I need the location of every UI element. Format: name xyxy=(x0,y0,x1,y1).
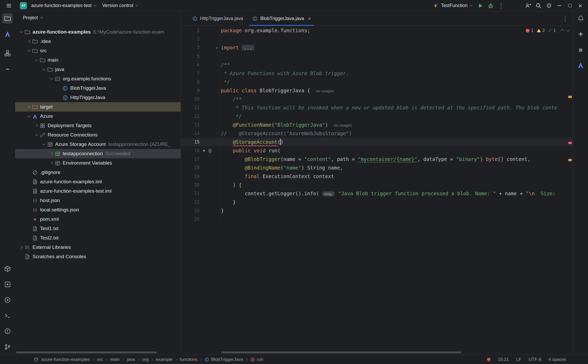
settings-button[interactable]: ⚙ xyxy=(544,1,554,11)
chevron-down-icon[interactable] xyxy=(41,141,47,147)
azure-explorer-button[interactable] xyxy=(576,60,586,70)
tree-item-local-settings-json[interactable]: {}local.settings.json xyxy=(15,205,181,214)
packages-tool-button[interactable] xyxy=(2,264,13,274)
project-panel-header[interactable]: Project xyxy=(15,12,181,24)
main-menu-button[interactable] xyxy=(4,1,14,11)
azure-tool-button[interactable] xyxy=(2,29,13,39)
tree-item-blobtriggerjava[interactable]: CBlobTriggerJava xyxy=(15,83,181,93)
breadcrumb-item-org[interactable]: org xyxy=(142,357,149,362)
chevron-down-icon[interactable] xyxy=(34,132,40,138)
code-line-3[interactable]: 3›import ... xyxy=(181,43,573,52)
passed-indicator[interactable]: ✓ 1 xyxy=(548,28,556,33)
chevron-right-icon[interactable] xyxy=(34,123,40,128)
errors-indicator[interactable]: 1 xyxy=(526,28,533,33)
breadcrumb-item-run[interactable]: mrun xyxy=(250,357,263,362)
debug-button[interactable] xyxy=(485,1,496,11)
folded-region[interactable]: ... xyxy=(242,45,254,50)
code-line-14[interactable]: 14// @StorageAccount("AzureWebJobsStorag… xyxy=(181,129,573,138)
problems-tool-button[interactable] xyxy=(2,326,13,336)
chevron-down-icon[interactable] xyxy=(19,29,24,35)
more-tool-windows-button[interactable]: ⋯ xyxy=(2,64,13,74)
red-dot-icon[interactable] xyxy=(487,358,490,361)
breadcrumb-item-functions[interactable]: functions xyxy=(180,357,197,362)
tree-item-test2-txt[interactable]: Test2.txt xyxy=(15,233,181,243)
close-tab-icon[interactable]: × xyxy=(308,16,311,21)
run-gutter-icon[interactable] xyxy=(202,149,206,153)
indent-widget[interactable]: 4 spaces xyxy=(548,357,566,362)
code-line-23[interactable]: 23} xyxy=(181,206,573,215)
code-line-1[interactable]: 1package org.example.functions; xyxy=(181,26,573,35)
annotation-gutter-icon[interactable]: @ xyxy=(209,146,211,155)
breadcrumb-item-example[interactable]: example xyxy=(156,357,172,362)
editor-horizontal-scrollbar[interactable] xyxy=(221,352,461,353)
chevron-right-icon[interactable] xyxy=(19,244,24,250)
vcs-widget[interactable]: Version control xyxy=(99,1,141,10)
warning-stripe-mark[interactable] xyxy=(568,159,572,161)
project-tool-button[interactable] xyxy=(2,13,13,24)
run-configuration-widget[interactable]: TestFunction xyxy=(430,1,475,10)
code-line-16[interactable]: 16@ public void run( xyxy=(181,146,573,155)
tree-item-host-json[interactable]: {}host.json xyxy=(15,196,181,205)
code-with-me-button[interactable] xyxy=(523,1,533,11)
tree-item-resource-connections[interactable]: Resource Connections xyxy=(15,130,181,140)
search-everywhere-button[interactable] xyxy=(533,1,544,11)
previous-problem-button[interactable] xyxy=(561,29,564,32)
next-problem-button[interactable] xyxy=(566,28,570,32)
breadcrumb-item-main[interactable]: main xyxy=(110,357,120,362)
tree-item-azure-storage-account[interactable]: Azure Storage Accounttestappconnection (… xyxy=(15,140,181,149)
maven-tool-button[interactable]: m xyxy=(576,44,586,55)
code-line-24[interactable]: 24 xyxy=(181,215,573,224)
tab-blobtriggerjava[interactable]: C BlobTriggerJava.java × xyxy=(248,12,316,25)
tree-item-test1-txt[interactable]: Test1.txt xyxy=(15,224,181,233)
tree-item-target[interactable]: target xyxy=(15,102,181,112)
chevron-right-icon[interactable] xyxy=(49,160,55,166)
tree-item--idea[interactable]: .idea xyxy=(15,37,181,46)
tree-item-pom-xml[interactable]: mpom.xml xyxy=(15,214,181,224)
code-line-19[interactable]: 19 final ExecutionContext context xyxy=(181,172,573,181)
chevron-down-icon[interactable] xyxy=(41,67,47,72)
tree-item-azure[interactable]: Azure xyxy=(15,112,181,121)
caret-position-widget[interactable]: 15:21 xyxy=(498,357,509,362)
tree-item-azure-function-examples-iml[interactable]: azure-function-examples.iml xyxy=(15,177,181,186)
structure-tool-button[interactable] xyxy=(2,48,13,58)
code-line-9[interactable]: 9public class BlobTriggerJava {no usages xyxy=(181,86,573,95)
project-switcher[interactable]: azure-function-examples-test xyxy=(28,1,99,10)
warning-stripe-mark[interactable] xyxy=(568,96,572,98)
tree-item-azure-function-examples[interactable]: azure-function-examplesE:\MyCode\azure-f… xyxy=(15,27,181,37)
tree-item-org-example-functions[interactable]: org.example.functions xyxy=(15,74,181,83)
code-line-11[interactable]: 11 * This function will be invoked when … xyxy=(181,103,573,112)
code-vision-hint[interactable]: no usages xyxy=(328,123,352,127)
tree-item-azure-function-examples-test-iml[interactable]: azure-function-examples-test.iml xyxy=(15,186,181,196)
code-line-20[interactable]: 20 ) { xyxy=(181,181,573,189)
breadcrumb-item-azure-function-examples[interactable]: azure-function-examples xyxy=(41,357,90,362)
notifications-button[interactable] xyxy=(576,13,586,24)
breadcrumb-item-blobtriggerjava[interactable]: CBlobTriggerJava xyxy=(204,357,243,362)
services-tool-button[interactable] xyxy=(2,279,13,290)
terminal-tool-button[interactable] xyxy=(2,310,13,321)
code-line-22[interactable]: 22 } xyxy=(181,198,573,206)
breadcrumb-item-src[interactable]: src xyxy=(97,357,103,362)
run-tool-button[interactable] xyxy=(2,295,13,305)
warnings-indicator[interactable]: 2 xyxy=(537,28,545,33)
breadcrumb-item-java[interactable]: java xyxy=(127,357,135,362)
tree-item-external-libraries[interactable]: External Libraries xyxy=(15,243,181,252)
tree-item-testappconnection[interactable]: testappconnectionSucceeded xyxy=(15,149,181,158)
chevron-down-icon[interactable] xyxy=(26,113,32,119)
chevron-down-icon[interactable] xyxy=(34,57,40,63)
code-area[interactable]: 1package org.example.functions;23›import… xyxy=(181,26,573,351)
run-button[interactable] xyxy=(475,1,485,11)
chevron-down-icon[interactable] xyxy=(49,76,55,82)
tree-item-environment-variables[interactable]: Environment Variables xyxy=(15,158,181,168)
close-window-button[interactable]: × xyxy=(575,1,585,11)
tree-item-scratches-and-consoles[interactable]: Scratches and Consoles xyxy=(15,252,181,261)
code-line-10[interactable]: 10 /** xyxy=(181,95,573,103)
tree-item-java[interactable]: java xyxy=(15,65,181,74)
editor-options-icon[interactable]: ⋮ xyxy=(562,15,568,22)
minimize-button[interactable] xyxy=(554,1,565,11)
tree-item-deployment-targets[interactable]: Deployment Targets xyxy=(15,121,181,130)
tree-item-httptriggerjava[interactable]: CHttpTriggerJava xyxy=(15,93,181,102)
project-horizontal-scrollbar[interactable] xyxy=(16,352,157,353)
code-line-18[interactable]: 18 @BindingName("name") String name, xyxy=(181,164,573,172)
chevron-right-icon[interactable] xyxy=(26,38,32,44)
tree-item-src[interactable]: src xyxy=(15,46,181,55)
